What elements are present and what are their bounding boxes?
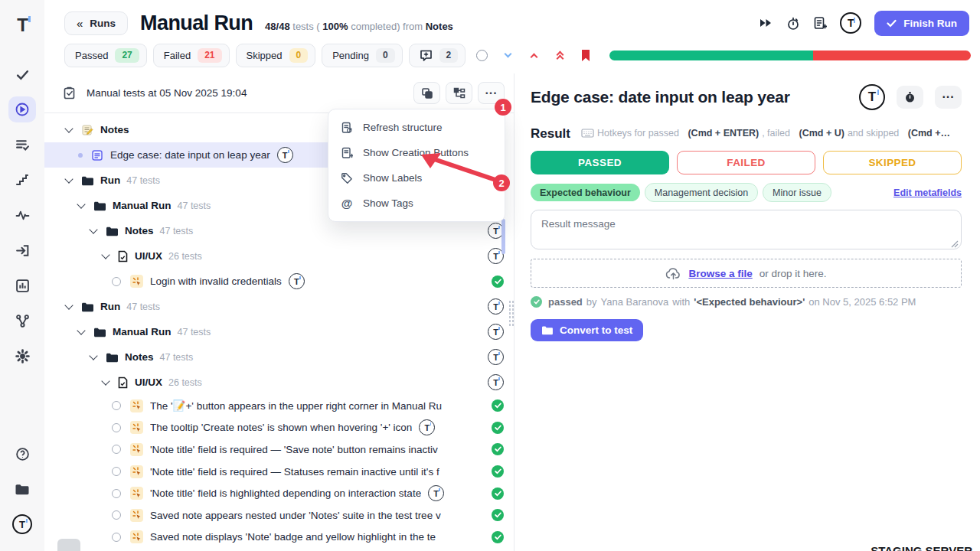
back-to-runs-button[interactable]: « Runs: [64, 11, 128, 35]
sidebar-item-tests[interactable]: [8, 61, 36, 87]
add-note-icon[interactable]: [813, 16, 827, 31]
filter-skipped[interactable]: Skipped 0: [236, 44, 316, 67]
prev-failed-icon[interactable]: [524, 51, 544, 60]
test-radio[interactable]: [112, 489, 121, 498]
tree-row-file[interactable]: UI/UX 26 tests T: [44, 243, 514, 269]
status-circle-icon[interactable]: [472, 50, 492, 61]
sidebar-item-runs[interactable]: [8, 96, 36, 122]
chevron-down-icon[interactable]: [101, 377, 109, 385]
sidebar-item-analytics[interactable]: [8, 272, 36, 298]
finish-run-button[interactable]: Finish Run: [874, 11, 969, 36]
app-logo[interactable]: T: [8, 12, 36, 38]
metafield-expected-behaviour[interactable]: Expected behaviour: [531, 184, 640, 201]
testomat-badge-icon[interactable]: T: [289, 273, 305, 289]
tree-row-suite[interactable]: Notes 47 tests T: [44, 344, 514, 370]
edit-metafields-link[interactable]: Edit metafields: [893, 187, 962, 198]
collapse-all-icon[interactable]: [498, 54, 518, 57]
clipboard-check-icon: [63, 86, 77, 100]
sidebar-item-settings[interactable]: [8, 343, 36, 369]
testomat-badge-icon[interactable]: T: [859, 84, 885, 110]
tree-row-test[interactable]: Saved note displays 'Note' badge and yel…: [44, 527, 514, 549]
chevron-down-icon[interactable]: [101, 250, 109, 259]
ai-sparkle-icon: [130, 530, 143, 543]
passed-button[interactable]: PASSED: [531, 151, 669, 174]
testomat-badge-icon[interactable]: T: [488, 349, 504, 365]
test-radio[interactable]: [112, 277, 121, 286]
test-radio[interactable]: [112, 445, 121, 454]
timer-button[interactable]: [897, 86, 923, 109]
tree-row-suite[interactable]: Run 47 tests T: [44, 294, 514, 319]
menu-item-refresh-structure[interactable]: Refresh structure: [328, 115, 505, 140]
menu-item-show-tags[interactable]: @ Show Tags: [328, 191, 505, 216]
user-avatar[interactable]: T: [8, 511, 36, 537]
detail-more-button[interactable]: ···: [935, 86, 962, 109]
tree-view-button[interactable]: [446, 82, 472, 104]
result-message-input[interactable]: [531, 210, 962, 249]
chevron-down-icon[interactable]: [89, 351, 97, 360]
testomat-badge-icon[interactable]: T: [277, 147, 293, 163]
jump-failed-icon[interactable]: [550, 51, 570, 59]
failed-count-badge: 21: [198, 48, 221, 63]
testomat-badge-icon[interactable]: T: [488, 374, 504, 390]
chevron-down-icon[interactable]: [64, 174, 73, 183]
tree-row-test[interactable]: 'Note title' field is required — Statuse…: [44, 461, 514, 483]
tree-row-test[interactable]: Saved note appears nested under 'Notes' …: [44, 504, 514, 527]
test-detail-panel: Edge case: date input on leap year T ···…: [514, 73, 980, 551]
header-actions: T Finish Run: [759, 11, 969, 36]
tree-row-test[interactable]: The tooltip 'Create notes' is shown when…: [44, 417, 514, 439]
fast-forward-icon[interactable]: [759, 17, 773, 29]
chevron-down-icon[interactable]: [64, 124, 73, 132]
testomat-badge-icon[interactable]: T: [488, 298, 504, 315]
sidebar-item-projects[interactable]: [8, 476, 36, 502]
passed-status-icon: [492, 465, 504, 478]
folder-icon: [106, 226, 118, 236]
tree-row-suite[interactable]: Manual Run 47 tests T: [44, 319, 514, 344]
browse-file-link[interactable]: Browse a file: [688, 268, 752, 279]
chevron-down-icon[interactable]: [77, 326, 85, 334]
sidebar-item-help[interactable]: [8, 441, 36, 467]
testomat-logo-badge[interactable]: T: [840, 12, 861, 34]
help-icon: [15, 447, 30, 461]
testomat-badge-icon[interactable]: T: [488, 324, 504, 340]
tree-row-test[interactable]: 'Note title' field is highlighted depend…: [44, 482, 514, 504]
filter-pending[interactable]: Pending 0: [322, 44, 402, 67]
copy-structure-button[interactable]: [413, 82, 440, 104]
sidebar-item-steps[interactable]: [8, 167, 36, 193]
tree-row-test[interactable]: The '📝+' button appears in the upper rig…: [44, 395, 514, 417]
sidebar-item-plans[interactable]: [8, 132, 36, 158]
filter-passed[interactable]: Passed 27: [64, 44, 147, 67]
failed-button[interactable]: FAILED: [677, 151, 815, 174]
passed-status-icon: [492, 422, 504, 434]
chevron-down-icon[interactable]: [64, 301, 73, 309]
testomat-badge-icon[interactable]: T: [419, 419, 435, 435]
test-radio[interactable]: [112, 401, 121, 410]
tree-row-test[interactable]: 'Note title' field is required — 'Save n…: [44, 439, 514, 461]
skipped-button[interactable]: SKIPPED: [823, 151, 962, 174]
sidebar-item-branches[interactable]: [8, 308, 36, 334]
file-dropzone[interactable]: Browse a file or drop it here.: [531, 259, 962, 288]
filter-failed[interactable]: Failed 21: [153, 44, 230, 67]
tree-row-file[interactable]: UI/UX 26 tests T: [44, 370, 514, 395]
sidebar-item-import[interactable]: [8, 237, 36, 263]
tree-scrollbar-thumb[interactable]: [501, 219, 505, 254]
test-radio[interactable]: [112, 510, 121, 520]
tree-bottom-button[interactable]: [57, 539, 80, 551]
metafield-management-decision[interactable]: Management decision: [645, 183, 758, 202]
tree-row-test[interactable]: Login with invalid credentials T: [44, 269, 514, 294]
convert-to-test-button[interactable]: Convert to test: [531, 319, 643, 341]
test-radio[interactable]: [112, 467, 121, 476]
test-title: Edge case: date input on leap year: [531, 88, 853, 106]
test-radio[interactable]: [112, 423, 121, 432]
sidebar-item-activity[interactable]: [8, 202, 36, 228]
test-radio[interactable]: [112, 533, 121, 542]
testomat-badge-icon[interactable]: T: [428, 485, 444, 501]
bookmark-icon[interactable]: [576, 49, 596, 62]
passed-status-icon: [492, 276, 504, 288]
metafield-minor-issue[interactable]: Minor issue: [763, 183, 831, 202]
chevron-down-icon[interactable]: [89, 225, 97, 233]
chevron-down-icon[interactable]: [77, 200, 85, 208]
filter-comments[interactable]: 2: [409, 44, 466, 67]
panel-resize-handle[interactable]: [508, 300, 514, 326]
staging-server-label: STAGING SERVER: [871, 544, 972, 551]
timer-restart-icon[interactable]: [786, 16, 800, 31]
